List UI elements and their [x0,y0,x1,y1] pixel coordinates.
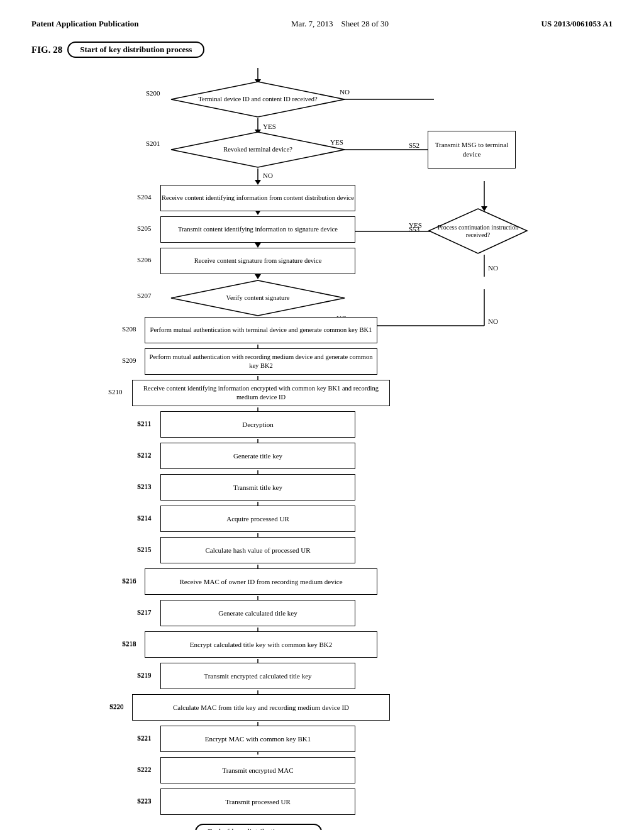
s211-text: Decryption [242,420,273,429]
patent-number: US 2013/0061053 A1 [541,19,613,29]
s218-text: Encrypt calculated title key with common… [190,640,332,649]
s213-text: Transmit title key [233,483,282,492]
step-s204: S204 [137,193,152,201]
s220-text: Calculate MAC from title key and recordi… [173,703,349,712]
box-s214: Acquire processed UR [160,506,355,532]
step-s223-label: S223 [137,797,152,805]
step-s207: S207 [137,292,152,299]
diamond-s207: Verify content signature [170,279,346,317]
svg-text:NO: NO [488,264,498,272]
box-s216: Receive MAC of owner ID from recording m… [145,568,377,595]
svg-text:NO: NO [488,318,498,325]
d200-text: Terminal device ID and content ID receiv… [198,95,317,103]
d207-text: Verify content signature [226,294,290,302]
step-s209: S209 [122,357,136,364]
s209-text: Perform mutual authentication with recor… [145,353,377,370]
box-s209: Perform mutual authentication with recor… [145,348,377,375]
svg-marker-24 [255,274,261,279]
step-s53: S53 [409,225,419,233]
figure-area: FIG. 28 Start of key distribution proces… [31,42,613,755]
step-s208: S208 [122,325,136,333]
svg-text:NO: NO [263,172,273,179]
sheet-info: Sheet 28 of 30 [341,19,389,28]
step-s52: S52 [409,141,419,149]
step-s218-label: S218 [122,640,136,648]
box-s221: Encrypt MAC with common key BK1 [160,726,355,752]
box-s215: Calculate hash value of processed UR [160,537,355,563]
page: Patent Application Publication Mar. 7, 2… [0,0,644,830]
box-s219: Transmit encrypted calculated title key [160,663,355,689]
s53-text: Process continuation instruction receive… [428,224,528,239]
step-s211-label: S211 [137,420,151,428]
step-s210: S210 [108,388,123,396]
diamond-s200: Terminal device ID and content ID receiv… [170,80,346,118]
box-s217: Generate calculated title key [160,600,355,626]
s216-text: Receive MAC of owner ID from recording m… [179,577,342,586]
d201-text: Revoked terminal device? [223,145,292,154]
s217-text: Generate calculated title key [218,609,297,617]
step-s215-label: S215 [137,546,152,553]
step-s205: S205 [137,224,152,232]
box-s52: Transmit MSG to terminal device [428,131,516,169]
end-box-container: End of key distribution process [195,824,322,830]
step-s220-label: S220 [109,703,124,711]
step-s200: S200 [146,89,160,97]
step-s222-label: S222 [137,766,152,773]
step-s217-label: S217 [137,609,152,616]
s210-text: Receive content identifying information … [133,384,389,402]
box-s213: Transmit title key [160,474,355,501]
box-s223: Transmit processed UR [160,788,355,815]
s215-text: Calculate hash value of processed UR [205,546,310,555]
s205-text: Transmit content identifying information… [178,225,338,234]
s222-text: Transmit encrypted MAC [222,766,293,775]
publication-label: Patent Application Publication [31,19,138,29]
box-s205: Transmit content identifying information… [160,216,355,243]
box-s218: Encrypt calculated title key with common… [145,631,377,658]
s204-text: Receive content identifying information … [162,194,354,202]
svg-text:YES: YES [263,123,276,130]
figure-title: FIG. 28 Start of key distribution proces… [31,42,204,58]
box-s210: Receive content identifying information … [132,380,390,406]
s214-text: Acquire processed UR [226,514,289,523]
s208-text: Perform mutual authentication with termi… [150,326,372,335]
step-s216-label: S216 [122,577,136,585]
diamond-s53: Process continuation instruction receive… [428,208,528,255]
s223-text: Transmit processed UR [225,797,290,806]
page-header: Patent Application Publication Mar. 7, 2… [31,19,613,29]
box-s208: Perform mutual authentication with termi… [145,317,377,343]
end-box: End of key distribution process [195,824,322,830]
step-s219-label: S219 [137,672,152,679]
box-s222: Transmit encrypted MAC [160,757,355,783]
s206-text: Receive content signature from signature… [194,257,322,265]
box-s206: Receive content signature from signature… [160,248,355,274]
step-s221-label: S221 [137,734,152,742]
box-s204: Receive content identifying information … [160,185,355,211]
svg-marker-8 [255,180,261,185]
s221-text: Encrypt MAC with common key BK1 [205,734,311,743]
s219-text: Transmit encrypted calculated title key [204,672,311,680]
diamond-s201: Revoked terminal device? [170,131,346,169]
s212-text: Generate title key [233,451,282,460]
box-s212: Generate title key [160,443,355,469]
box-s211: Decryption [160,411,355,438]
s52-text: Transmit MSG to terminal device [431,140,513,160]
step-s201: S201 [146,140,160,147]
box-s220: Calculate MAC from title key and recordi… [132,694,390,721]
fig-label: FIG. 28 [31,45,62,55]
flowchart: NO YES NO YES YES N [57,63,623,755]
date-sheet: Mar. 7, 2013 Sheet 28 of 30 [291,19,389,29]
step-s213-label: S213 [137,483,152,490]
step-s206: S206 [137,256,152,263]
start-box: Start of key distribution process [67,42,204,58]
step-s214-label: S214 [137,514,152,522]
step-s212-label: S212 [137,451,152,459]
pub-date: Mar. 7, 2013 [291,19,333,28]
svg-marker-22 [255,243,261,248]
